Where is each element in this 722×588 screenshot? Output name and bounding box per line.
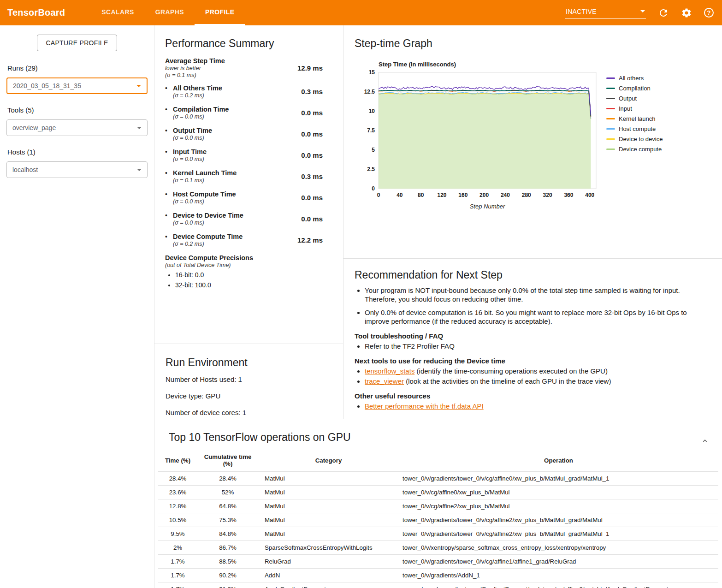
next-tools-heading: Next tools to use for reducing the Devic… bbox=[355, 357, 708, 365]
cell-time: 9.5% bbox=[158, 527, 197, 541]
tab[interactable]: GRAPHS bbox=[145, 0, 195, 25]
cell-time: 1.7% bbox=[158, 582, 197, 588]
settings-gear-icon[interactable] bbox=[681, 7, 692, 18]
svg-text:240: 240 bbox=[501, 192, 510, 198]
metric-sigma: (σ = 0.0 ms) bbox=[173, 135, 212, 141]
metric-sigma: (σ = 0.2 ms) bbox=[173, 92, 222, 99]
recommendation-bullets: Your program is NOT input-bound because … bbox=[355, 286, 708, 326]
top10-operations-section: Top 10 TensorFlow operations on GPU Time… bbox=[154, 419, 722, 588]
legend-label: Host compute bbox=[619, 125, 656, 132]
tool-link[interactable]: tensorflow_stats bbox=[365, 367, 414, 375]
svg-text:280: 280 bbox=[522, 192, 531, 198]
hosts-select-value: localhost bbox=[12, 166, 38, 173]
performance-metric-row: All Others Time (σ = 0.2 ms) 0.3 ms bbox=[165, 84, 323, 99]
legend-item: Output bbox=[606, 95, 663, 102]
svg-text:10: 10 bbox=[369, 108, 375, 114]
metric-label: Compilation Time bbox=[173, 106, 229, 113]
recommendation-section: Recommendation for Next Step Your progra… bbox=[343, 269, 722, 410]
tools-select[interactable]: overview_page bbox=[6, 119, 148, 136]
chevron-down-icon bbox=[640, 10, 645, 12]
table-row: 10.5% 75.3% MatMul tower_0/v/gradients/t… bbox=[158, 513, 718, 527]
capture-profile-button[interactable]: CAPTURE PROFILE bbox=[37, 35, 117, 51]
step-time-plot: 02.557.51012.515040801201602002402803203… bbox=[360, 69, 600, 201]
chart-legend: All others Compilation Output Input bbox=[606, 75, 663, 156]
reload-status-value: INACTIVE bbox=[566, 8, 597, 15]
precisions-title: Device Compute Precisions bbox=[165, 254, 323, 261]
cell-time: 28.4% bbox=[158, 472, 197, 486]
svg-text:120: 120 bbox=[437, 192, 446, 198]
tool-link[interactable]: trace_viewer bbox=[365, 377, 404, 385]
chevron-down-icon bbox=[136, 85, 141, 87]
cell-time: 12.8% bbox=[158, 499, 197, 513]
table-header-row: Time (%) Cumulative time (%) Category Op… bbox=[158, 449, 718, 472]
cell-cumulative: 64.8% bbox=[197, 499, 258, 513]
runs-select[interactable]: 2020_03_05_18_31_35 bbox=[6, 77, 148, 94]
metric-value: 12.2 ms bbox=[297, 236, 323, 244]
cell-category: AddN bbox=[258, 569, 399, 582]
metric-label: Output Time bbox=[173, 127, 212, 134]
cell-category: ApplyGradientDescent bbox=[258, 582, 399, 588]
metric-sigma: (σ = 0.0 ms) bbox=[173, 113, 229, 120]
performance-summary-title: Performance Summary bbox=[165, 37, 323, 50]
legend-swatch-icon bbox=[606, 108, 615, 109]
metric-label: Input Time bbox=[173, 148, 207, 155]
legend-item: Device compute bbox=[606, 146, 663, 153]
cell-operation: tower_0/v/gradients/tower_0/v/cg/affine2… bbox=[399, 527, 718, 541]
cell-time: 1.7% bbox=[158, 569, 197, 582]
recommendation-bullet: Your program is NOT input-bound because … bbox=[365, 286, 708, 303]
cell-operation: tower_0/v/gradients/tower_0/v/cg/affine2… bbox=[399, 513, 718, 527]
svg-text:200: 200 bbox=[479, 192, 489, 198]
tab[interactable]: PROFILE bbox=[195, 0, 245, 25]
legend-label: All others bbox=[619, 75, 644, 82]
next-tools-list: tensorflow_stats (identify the time-cons… bbox=[355, 367, 708, 386]
recommendation-title: Recommendation for Next Step bbox=[355, 269, 708, 281]
svg-text:0: 0 bbox=[372, 185, 375, 192]
cell-operation: tower_0/v/gradients/tower_0/v/cg/affine1… bbox=[399, 555, 718, 569]
svg-text:80: 80 bbox=[418, 192, 424, 198]
metric-value: 0.0 ms bbox=[301, 151, 323, 159]
legend-label: Kernel launch bbox=[619, 115, 656, 122]
tools-label: Tools (5) bbox=[7, 106, 147, 114]
legend-label: Device compute bbox=[619, 146, 662, 153]
metric-sigma: (σ = 0.0 ms) bbox=[173, 198, 236, 205]
hosts-select[interactable]: localhost bbox=[6, 161, 148, 178]
table-row: 23.6% 52% MatMul tower_0/v/cg/affine0/xw… bbox=[158, 486, 718, 499]
legend-item: Device to device bbox=[606, 136, 663, 143]
other-resources-heading: Other useful resources bbox=[355, 392, 708, 400]
top10-table: Time (%) Cumulative time (%) Category Op… bbox=[158, 449, 718, 588]
resource-link[interactable]: Better performance with the tf.data API bbox=[365, 402, 484, 410]
performance-metric-row: Kernel Launch Time (σ = 0.1 ms) 0.3 ms bbox=[165, 169, 323, 184]
reload-status-select[interactable]: INACTIVE bbox=[565, 7, 646, 19]
graph-column: Step-time Graph Step Time (in millisecon… bbox=[343, 25, 722, 419]
cell-operation: append_apply_gradient_ops/GradientDescen… bbox=[399, 582, 718, 588]
collapse-chevron-icon[interactable] bbox=[701, 437, 709, 446]
table-row: 28.4% 28.4% MatMul tower_0/v/gradients/t… bbox=[158, 472, 718, 486]
table-row: 12.8% 64.8% MatMul tower_0/v/cg/affine2/… bbox=[158, 499, 718, 513]
cell-operation: tower_0/v/cg/affine0/xw_plus_b/MatMul bbox=[399, 486, 718, 499]
svg-text:2.5: 2.5 bbox=[367, 166, 375, 172]
cell-time: 1.7% bbox=[158, 555, 197, 569]
faq-item: Refer to the TF2 Profiler FAQ bbox=[365, 342, 708, 350]
cell-operation: tower_0/v/gradients/tower_0/v/cg/affine0… bbox=[399, 472, 718, 486]
metric-sigma: (σ = 0.1 ms) bbox=[173, 177, 237, 184]
help-icon[interactable]: ? bbox=[704, 8, 714, 18]
svg-text:400: 400 bbox=[585, 192, 594, 198]
legend-swatch-icon bbox=[606, 118, 615, 119]
legend-swatch-icon bbox=[606, 128, 615, 130]
metric-value: 0.0 ms bbox=[301, 109, 323, 117]
performance-metric-row: Host Compute Time (σ = 0.0 ms) 0.0 ms bbox=[165, 190, 323, 205]
metric-label: Host Compute Time bbox=[173, 190, 236, 198]
cell-cumulative: 86.7% bbox=[197, 541, 258, 555]
svg-text:15: 15 bbox=[369, 69, 375, 76]
tab[interactable]: SCALARS bbox=[91, 0, 144, 25]
svg-text:0: 0 bbox=[377, 192, 380, 198]
svg-text:12.5: 12.5 bbox=[364, 89, 375, 95]
table-row: 2% 86.7% SparseSoftmaxCrossEntropyWithLo… bbox=[158, 541, 718, 555]
bullet-icon bbox=[165, 190, 173, 205]
cell-operation: tower_0/v/gradients/AddN_1 bbox=[399, 569, 718, 582]
legend-swatch-icon bbox=[606, 148, 615, 150]
metric-value: 0.3 ms bbox=[301, 172, 323, 180]
refresh-icon[interactable] bbox=[658, 7, 669, 18]
svg-text:7.5: 7.5 bbox=[367, 127, 375, 134]
precision-item: 16-bit: 0.0 bbox=[175, 271, 323, 279]
